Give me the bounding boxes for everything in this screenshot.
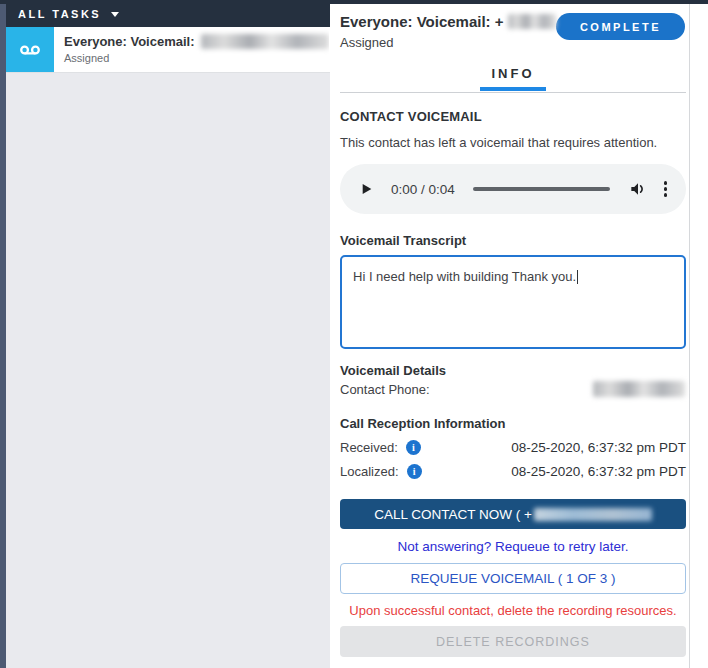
right-gutter — [690, 0, 708, 668]
contact-voicemail-heading: CONTACT VOICEMAIL — [340, 109, 686, 124]
delete-warning-text: Upon successful contact, delete the reco… — [340, 603, 686, 618]
player-menu-icon[interactable] — [662, 179, 670, 199]
contact-phone-label: Contact Phone: — [340, 382, 430, 397]
audio-seek-bar[interactable] — [473, 187, 610, 191]
audio-time: 0:00 / 0:04 — [391, 182, 455, 197]
voicemail-details-heading: Voicemail Details — [340, 363, 686, 378]
requeue-hint-link[interactable]: Not answering? Requeue to retry later. — [340, 539, 686, 554]
info-icon[interactable]: i — [407, 464, 422, 479]
redacted-phone-number — [534, 508, 652, 521]
task-list-item[interactable]: Everyone: Voicemail: Assigned — [6, 27, 330, 73]
redacted-phone-number — [201, 34, 329, 49]
transcript-text: Hi I need help with building Thank you. — [353, 269, 576, 284]
received-timestamp: 08-25-2020, 6:37:32 pm PDT — [511, 440, 686, 455]
tab-info-label: INFO — [491, 66, 534, 81]
task-detail-status: Assigned — [340, 35, 556, 50]
task-list-empty-area — [6, 73, 330, 668]
complete-button[interactable]: COMPLETE — [556, 13, 685, 40]
task-item-body: Everyone: Voicemail: Assigned — [54, 27, 329, 72]
received-label: Received: — [340, 440, 398, 455]
delete-recordings-button[interactable]: DELETE RECORDINGS — [340, 626, 686, 657]
app-window: ALL TASKS Everyone: Voicemail: Assigned — [0, 0, 708, 668]
redacted-phone-number — [508, 14, 556, 29]
localized-row: Localized: i 08-25-2020, 6:37:32 pm PDT — [340, 464, 686, 479]
redacted-phone-number — [593, 381, 685, 397]
contact-voicemail-description: This contact has left a voicemail that r… — [340, 135, 686, 150]
transcript-textarea[interactable]: Hi I need help with building Thank you. — [340, 255, 686, 349]
requeue-voicemail-button[interactable]: REQUEUE VOICEMAIL ( 1 OF 3 ) — [340, 563, 686, 594]
voicemail-icon — [6, 27, 54, 72]
task-filter-dropdown[interactable]: ALL TASKS — [6, 0, 330, 27]
task-filter-label: ALL TASKS — [18, 8, 101, 20]
play-icon[interactable] — [357, 180, 375, 198]
transcript-label: Voicemail Transcript — [340, 233, 686, 248]
info-icon[interactable]: i — [406, 440, 421, 455]
audio-player: 0:00 / 0:04 — [340, 164, 686, 214]
call-reception-heading: Call Reception Information — [340, 416, 686, 431]
chevron-down-icon — [111, 12, 119, 17]
localized-label: Localized: — [340, 464, 399, 479]
task-item-title: Everyone: Voicemail: — [64, 34, 195, 49]
task-detail-title: Everyone: Voicemail: + — [340, 13, 504, 30]
tab-bar: INFO — [340, 64, 686, 93]
tab-active-indicator — [480, 87, 546, 91]
task-detail-panel: Everyone: Voicemail: + Assigned COMPLETE… — [330, 0, 690, 668]
tab-info[interactable]: INFO — [491, 66, 534, 89]
localized-timestamp: 08-25-2020, 6:37:32 pm PDT — [511, 464, 686, 479]
task-item-status: Assigned — [64, 52, 329, 64]
task-detail-header: Everyone: Voicemail: + Assigned COMPLETE — [340, 4, 686, 50]
received-row: Received: i 08-25-2020, 6:37:32 pm PDT — [340, 440, 686, 455]
call-contact-now-button[interactable]: CALL CONTACT NOW ( + — [340, 499, 686, 529]
text-caret — [577, 270, 578, 284]
volume-icon[interactable] — [628, 179, 648, 199]
call-contact-now-label: CALL CONTACT NOW ( + — [374, 507, 532, 522]
task-list-sidebar: ALL TASKS Everyone: Voicemail: Assigned — [6, 0, 330, 668]
contact-phone-row: Contact Phone: — [340, 381, 686, 397]
